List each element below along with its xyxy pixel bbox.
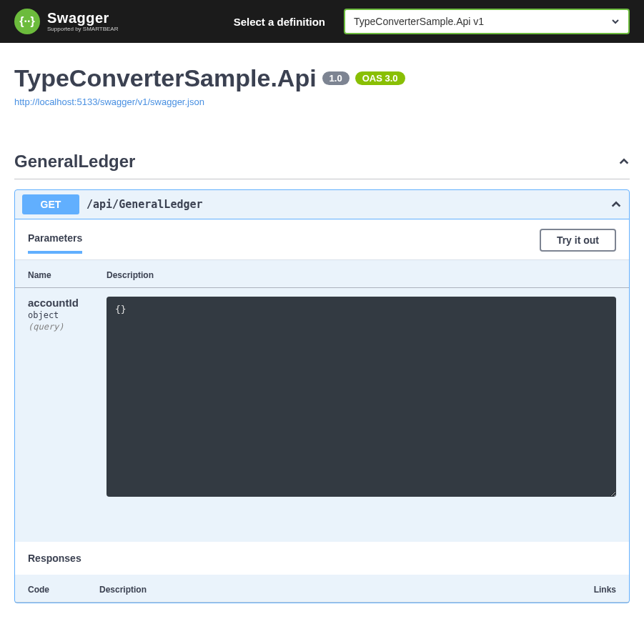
method-badge: GET [22, 194, 79, 214]
logo-subtext: Supported by SMARTBEAR [47, 26, 118, 32]
topbar: {··} Swagger Supported by SMARTBEAR Sele… [0, 0, 644, 43]
select-definition-label: Select a definition [234, 16, 325, 28]
param-name: accountId [28, 297, 81, 309]
definition-select[interactable]: TypeConverterSample.Api v1 [344, 9, 630, 34]
responses-table: Code Description Links [15, 575, 629, 603]
parameters-header: Parameters Try it out [15, 219, 629, 254]
resp-th-links: Links [572, 575, 629, 603]
operation-block: GET /api/GeneralLedger Parameters Try it… [14, 189, 630, 603]
responses-title: Responses [28, 553, 81, 564]
responses-header: Responses [15, 542, 629, 575]
oas-badge: OAS 3.0 [355, 71, 405, 85]
param-body-editor[interactable] [106, 297, 616, 497]
operation-summary[interactable]: GET /api/GeneralLedger [15, 190, 629, 219]
logo-text: Swagger [47, 11, 118, 25]
spec-url-link[interactable]: http://localhost:5133/swagger/v1/swagger… [14, 96, 204, 107]
tag-name: GeneralLedger [14, 152, 135, 172]
chevron-up-icon [618, 156, 630, 167]
operation-path: /api/GeneralLedger [86, 198, 603, 211]
parameters-tab[interactable]: Parameters [28, 227, 82, 254]
swagger-logo: {··} Swagger Supported by SMARTBEAR [14, 9, 118, 34]
try-it-out-button[interactable]: Try it out [540, 229, 616, 252]
param-th-name: Name [15, 260, 94, 288]
parameter-row: accountId object (query) [15, 288, 629, 543]
resp-th-description: Description [86, 575, 572, 603]
chevron-up-icon [610, 199, 622, 210]
chevron-down-icon [610, 16, 621, 27]
resp-th-code: Code [15, 575, 86, 603]
parameters-table: Name Description accountId object (query… [15, 260, 629, 542]
definition-select-value: TypeConverterSample.Api v1 [354, 16, 484, 27]
version-badge: 1.0 [322, 71, 350, 85]
param-type: object [28, 310, 81, 320]
swagger-logo-icon: {··} [14, 9, 40, 34]
content: TypeConverterSample.Api 1.0 OAS 3.0 http… [0, 43, 644, 644]
tag-header[interactable]: GeneralLedger [14, 147, 630, 179]
param-th-description: Description [94, 260, 629, 288]
api-title: TypeConverterSample.Api [14, 64, 317, 92]
param-in: (query) [28, 322, 81, 332]
